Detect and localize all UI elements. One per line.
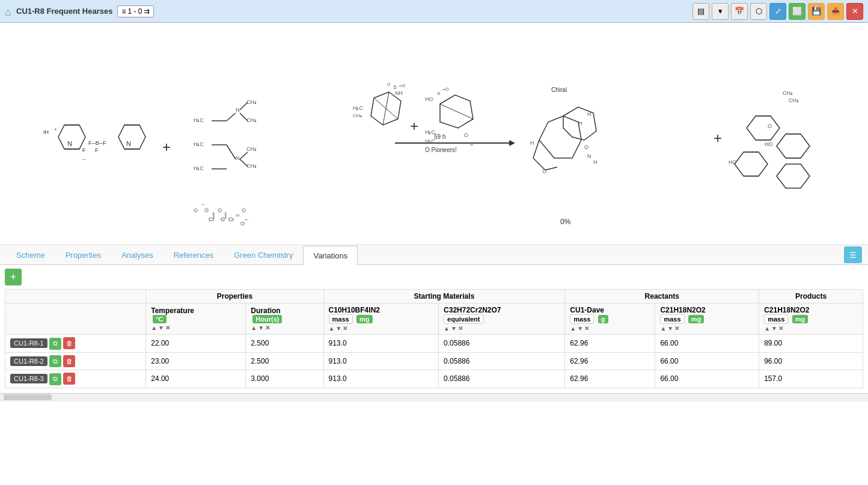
plus-3: + [714, 130, 722, 146]
arrows-button[interactable]: ⤢ [769, 3, 786, 20]
sort-up-temp[interactable]: ▲ [151, 325, 157, 331]
tab-references[interactable]: References [164, 245, 224, 264]
add-variation-button[interactable]: + [5, 269, 22, 285]
dropdown-button[interactable]: ▾ [712, 3, 729, 20]
row-temperature-2: 24.00 [146, 370, 246, 388]
sort-clear-c10[interactable]: ✕ [343, 325, 347, 332]
svg-line-26 [227, 145, 236, 159]
c32-label: C32H72Cr2N2O7 [444, 306, 560, 314]
tab-variations[interactable]: Variations [303, 246, 358, 265]
c21p-unit2: mg [792, 315, 808, 323]
svg-text:N: N [587, 153, 591, 159]
row-copy-button-0[interactable]: ⧉ [49, 338, 61, 350]
row-delete-button-1[interactable]: 🗑 [63, 355, 75, 367]
row-duration-1: 2.500 [246, 352, 323, 370]
svg-text:HO: HO [425, 96, 433, 102]
sort-down-c21p[interactable]: ▼ [771, 325, 777, 332]
tab-green-chemistry[interactable]: Green Chemistry [224, 245, 303, 264]
svg-marker-86 [777, 134, 810, 158]
sort-clear-c21r[interactable]: ✕ [674, 325, 679, 332]
save-button[interactable]: 💾 [808, 3, 825, 20]
row-c21h18n2o2r-2: 66.00 [655, 370, 759, 388]
sort-down-c32[interactable]: ▼ [451, 325, 457, 332]
svg-line-28 [240, 152, 248, 159]
svg-text:O: O [240, 221, 245, 227]
sort-clear-c21p[interactable]: ✕ [778, 325, 783, 332]
sort-up-c21p[interactable]: ▲ [764, 325, 770, 332]
sort-down-cu1dave[interactable]: ▼ [577, 325, 583, 332]
row-label-1: CU1-R8-2 [10, 356, 47, 366]
col-empty [5, 304, 146, 335]
sort-up-c10[interactable]: ▲ [329, 325, 335, 332]
svg-marker-83 [747, 116, 780, 140]
svg-text:0%: 0% [560, 218, 571, 226]
sort-clear-cu1dave[interactable]: ✕ [584, 325, 589, 332]
row-cu1dave-0: 62.96 [565, 335, 655, 353]
svg-text:O: O [221, 216, 225, 222]
network-button[interactable]: ⬡ [750, 3, 767, 20]
sort-clear-duration[interactable]: ✕ [265, 325, 270, 331]
row-label-0: CU1-R8-1 [10, 338, 47, 348]
plus-1: + [162, 139, 171, 155]
svg-marker-89 [735, 152, 768, 176]
tab-analyses[interactable]: Analyses [111, 245, 164, 264]
row-c32h72cr2n2o7-0: 0.05886 [439, 335, 565, 353]
c10-unit1: mass [329, 314, 353, 324]
sort-down-c21r[interactable]: ▼ [667, 325, 673, 332]
sort-clear-c32[interactable]: ✕ [458, 325, 463, 332]
sort-down-c10[interactable]: ▼ [336, 325, 342, 332]
c21r-unit1: mass [660, 314, 684, 324]
svg-text:F: F [82, 147, 86, 153]
svg-text:CH₃: CH₃ [246, 99, 257, 105]
row-copy-button-1[interactable]: ⧉ [49, 355, 61, 367]
sort-down-duration[interactable]: ▼ [258, 325, 264, 331]
hscroll-thumb[interactable] [4, 394, 52, 400]
svg-text:H₃C: H₃C [425, 138, 435, 144]
export-button[interactable]: 📤 [827, 3, 844, 20]
svg-marker-68 [539, 116, 581, 158]
sort-up-c32[interactable]: ▲ [444, 325, 450, 332]
window-title: CU1-R8 Frequent Hearses [16, 7, 112, 16]
sort-clear-temp[interactable]: ✕ [165, 325, 170, 331]
calendar-button[interactable]: 📅 [731, 3, 748, 20]
row-copy-button-2[interactable]: ⧉ [49, 373, 61, 385]
svg-line-72 [545, 167, 557, 170]
badge-value: 1 - 0 [127, 7, 142, 16]
svg-text:59 h: 59 h [434, 133, 445, 140]
c21r-label: C21H18N2O2 [660, 306, 754, 314]
row-duration-2: 3.000 [246, 370, 323, 388]
filter-button[interactable]: ☰ [844, 246, 862, 263]
row-id-cell: CU1-R8-2 ⧉ 🗑 [5, 352, 146, 370]
sort-up-cu1dave[interactable]: ▲ [570, 325, 576, 332]
svg-marker-46 [509, 140, 515, 146]
row-cu1dave-1: 62.96 [565, 352, 655, 370]
main-content: N IH + F F─B─F F ─ N + H₃C [0, 23, 868, 485]
svg-text:O: O [584, 144, 588, 150]
svg-text:N: N [126, 140, 131, 147]
svg-marker-10 [118, 125, 145, 149]
row-c21h18n2o2p-1: 96.00 [759, 352, 863, 370]
sort-down-temp[interactable]: ▼ [158, 325, 164, 331]
row-cu1dave-2: 62.96 [565, 370, 655, 388]
frame-button[interactable]: ⬜ [789, 3, 805, 20]
row-delete-button-2[interactable]: 🗑 [63, 373, 75, 385]
sort-up-duration[interactable]: ▲ [251, 325, 257, 331]
col-c21h18n2o2-p: C21H18N2O2 mass mg ▲ ▼ ✕ [759, 304, 863, 335]
tab-properties[interactable]: Properties [55, 245, 111, 264]
col-duration-label: Duration [251, 307, 318, 315]
row-label-2: CU1-R8-3 [10, 374, 47, 383]
c21p-label: C21H18N2O2 [764, 306, 858, 314]
row-c21h18n2o2r-1: 66.00 [655, 352, 759, 370]
sort-up-c21r[interactable]: ▲ [660, 325, 666, 332]
barcode-button[interactable]: ▤ [692, 3, 709, 20]
svg-text:─: ─ [244, 217, 248, 222]
title-icons: ▤ ▾ 📅 ⬡ ⤢ ⬜ 💾 📤 ✕ [692, 3, 863, 20]
row-delete-button-0[interactable]: 🗑 [63, 337, 75, 349]
svg-text:H: H [578, 120, 582, 126]
close-button[interactable]: ✕ [846, 3, 863, 20]
tab-scheme[interactable]: Scheme [6, 245, 55, 264]
row-c32h72cr2n2o7-1: 0.05886 [439, 352, 565, 370]
hscroll-bar[interactable] [0, 393, 868, 401]
badge-button[interactable]: ≡ 1 - 0 ⇉ [117, 5, 154, 17]
svg-text:IH: IH [43, 129, 49, 135]
